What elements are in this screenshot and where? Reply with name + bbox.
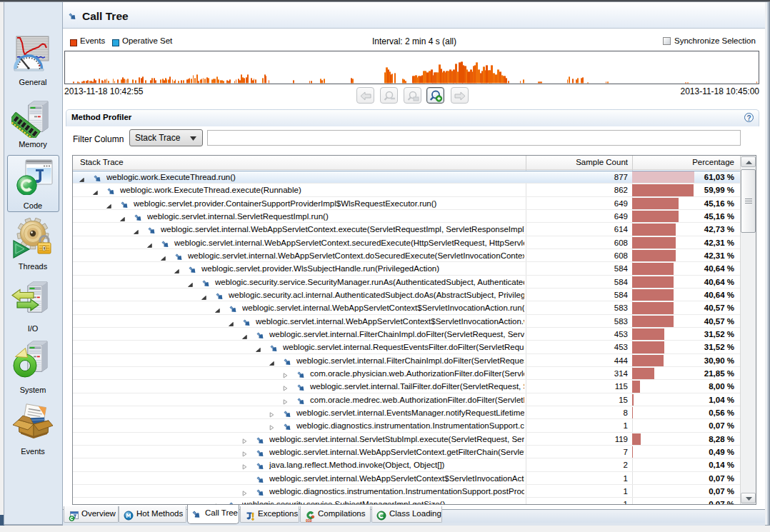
svg-text:010: 010	[306, 518, 312, 522]
